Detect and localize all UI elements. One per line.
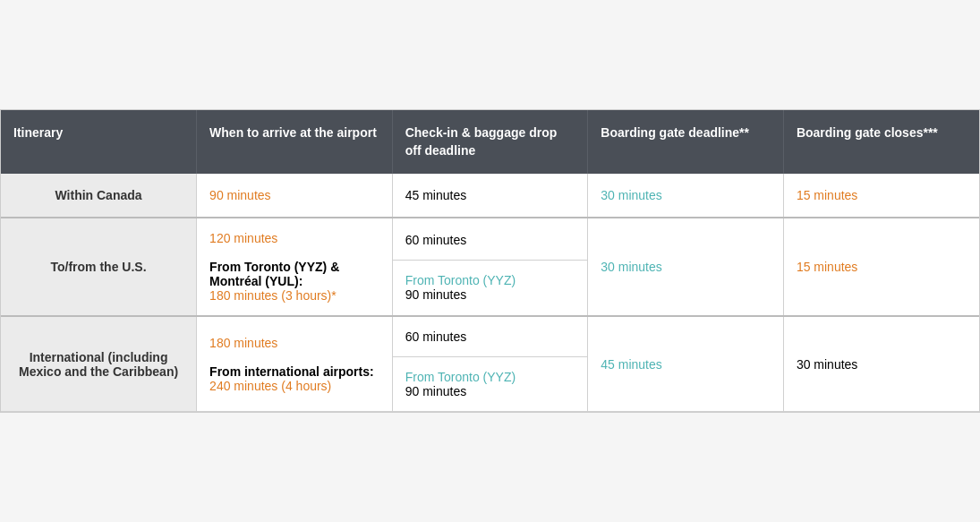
- canada-arrive: 90 minutes: [197, 174, 393, 218]
- header-itinerary: Itinerary: [1, 110, 197, 174]
- canada-itinerary: Within Canada: [1, 174, 197, 218]
- header-gate-deadline: Boarding gate deadline**: [588, 110, 784, 174]
- us-itinerary: To/from the U.S.: [1, 218, 197, 316]
- us-arrive: 120 minutes From Toronto (YYZ) & Montréa…: [197, 218, 393, 316]
- header-gate-closes: Boarding gate closes***: [783, 110, 979, 174]
- intl-gate-closes: 30 minutes: [783, 316, 979, 412]
- us-checkin: 60 minutes From Toronto (YYZ) 90 minutes: [392, 218, 588, 316]
- intl-checkin: 60 minutes From Toronto (YYZ) 90 minutes: [392, 316, 588, 412]
- header-checkin: Check-in & baggage drop off deadline: [392, 110, 588, 174]
- canada-checkin: 45 minutes: [392, 174, 588, 218]
- header-arrive: When to arrive at the airport: [197, 110, 393, 174]
- intl-gate-deadline: 45 minutes: [588, 316, 784, 412]
- intl-arrive: 180 minutes From international airports:…: [197, 316, 393, 412]
- canada-gate-deadline: 30 minutes: [588, 174, 784, 218]
- airport-timing-table: Itinerary When to arrive at the airport …: [0, 109, 980, 413]
- us-gate-closes: 15 minutes: [783, 218, 979, 316]
- us-gate-deadline: 30 minutes: [588, 218, 784, 316]
- canada-gate-closes: 15 minutes: [783, 174, 979, 218]
- intl-itinerary: International (including Mexico and the …: [1, 316, 197, 412]
